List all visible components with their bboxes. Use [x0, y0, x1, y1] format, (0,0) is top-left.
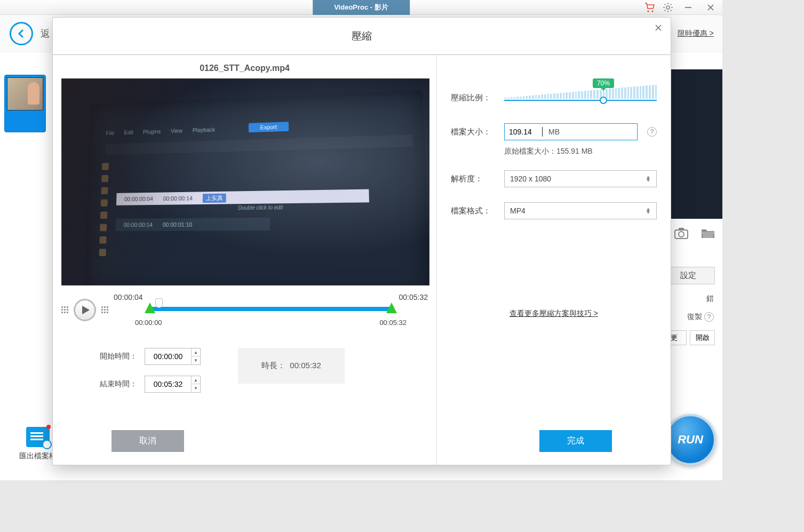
svg-point-1 [651, 10, 653, 12]
run-button[interactable]: RUN [665, 414, 716, 465]
help-icon[interactable]: ? [647, 127, 657, 137]
back-button[interactable] [10, 22, 33, 45]
size-label: 檔案大小： [451, 127, 495, 137]
video-preview: FileEditPluginsViewPlayback Export 00:00… [61, 78, 429, 285]
end-time-label: 結束時間： [100, 379, 137, 389]
cancel-button[interactable]: 取消 [112, 430, 184, 452]
svg-point-2 [666, 6, 670, 9]
format-label: 檔案格式： [451, 206, 495, 216]
timeline-end-bottom: 00:05:32 [379, 319, 407, 327]
ratio-badge: 70% [593, 78, 614, 88]
spin-up-icon[interactable]: ▲ [192, 376, 200, 384]
done-button[interactable]: 完成 [539, 430, 612, 452]
timeline-end-top: 00:05:32 [399, 293, 428, 301]
modal-left-panel: 0126_STT_Acopy.mp4 FileEditPluginsViewPl… [53, 55, 437, 465]
thumbnail-item[interactable] [4, 75, 46, 132]
end-time-input[interactable]: ▲▼ [145, 376, 201, 393]
modal-header: 壓縮 [53, 18, 671, 55]
compress-modal: 壓縮 0126_STT_Acopy.mp4 FileEditPluginsVie… [52, 17, 671, 465]
gear-icon[interactable] [663, 2, 673, 13]
format-select[interactable]: MP4 ▲▼ [504, 202, 657, 219]
svg-point-0 [647, 10, 649, 12]
titlebar: VideoProc - 影片 [0, 0, 722, 15]
resolution-select[interactable]: 1920 x 1080 ▲▼ [504, 170, 657, 187]
grip-right-icon[interactable] [101, 306, 108, 313]
spin-up-icon[interactable]: ▲ [192, 348, 200, 356]
folder-icon[interactable] [701, 227, 715, 239]
timeline-bar[interactable] [114, 303, 428, 316]
duration-box: 時長： 00:05:32 [238, 348, 345, 384]
back-label: 返 [41, 27, 50, 40]
side-mini-b[interactable]: 開啟 [690, 330, 715, 345]
resolution-value: 1920 x 1080 [510, 174, 551, 183]
close-window-button[interactable] [703, 0, 718, 15]
chevron-updown-icon: ▲▼ [646, 176, 651, 182]
more-tips-link[interactable]: 查看更多壓縮方案與技巧 > [451, 309, 657, 319]
timeline-start-bottom: 00:00:00 [135, 319, 162, 327]
export-label: 匯出檔案格 [19, 451, 57, 461]
original-size-label: 原始檔案大小：155.91 MB [504, 147, 657, 156]
chevron-updown-icon: ▲▼ [646, 208, 651, 214]
spin-down-icon[interactable]: ▼ [192, 356, 200, 364]
spin-down-icon[interactable]: ▼ [192, 384, 200, 392]
thumbnail-strip [4, 75, 48, 136]
size-unit: MB [543, 128, 637, 136]
thumbnail-image [7, 77, 43, 110]
start-time-field[interactable] [145, 352, 191, 361]
timeline-playhead[interactable] [155, 298, 163, 308]
export-icon [26, 427, 50, 447]
format-value: MP4 [510, 207, 526, 215]
timeline-handle-start[interactable] [145, 303, 155, 313]
resolution-label: 解析度： [451, 174, 495, 184]
promo-link[interactable]: 限時優惠 > [678, 29, 714, 38]
slider-thumb[interactable] [600, 97, 607, 104]
help-icon[interactable]: ? [704, 312, 714, 322]
modal-footer: 取消 完成 [53, 430, 671, 452]
ratio-slider[interactable]: 70% [504, 87, 657, 108]
window-title: VideoProc - 影片 [313, 0, 410, 15]
duration-label: 時長： [261, 361, 285, 370]
side-preview [664, 69, 722, 219]
timeline-current: 00:00:04 [114, 293, 143, 301]
time-inputs: 開始時間： ▲▼ 結束時間： ▲▼ [61, 348, 428, 393]
modal-right-panel: 壓縮比例： 70% 檔案大小： MB ? [437, 55, 671, 465]
modal-close-button[interactable] [651, 21, 665, 35]
play-button[interactable] [74, 299, 96, 321]
timeline: 00:00:04 00:05:32 00:00:00 00:05:32 [61, 293, 428, 327]
grip-left-icon[interactable] [61, 306, 68, 313]
titlebar-controls [644, 0, 722, 15]
svg-point-7 [679, 232, 684, 237]
side-toolbar [674, 227, 715, 239]
filename-label: 0126_STT_Acopy.mp4 [61, 63, 428, 73]
timeline-handle-end[interactable] [386, 303, 397, 313]
duration-value: 00:05:32 [290, 361, 321, 370]
main-window: VideoProc - 影片 返 限時優惠 > [0, 0, 722, 480]
size-input[interactable]: MB [504, 123, 638, 140]
ratio-label: 壓縮比例： [451, 93, 495, 103]
minimize-button[interactable] [681, 0, 696, 15]
modal-title: 壓縮 [352, 29, 372, 43]
export-block[interactable]: 匯出檔案格 [19, 427, 57, 461]
svg-rect-8 [679, 228, 684, 231]
camera-icon[interactable] [674, 227, 688, 239]
cart-icon[interactable] [644, 2, 655, 13]
size-field[interactable] [505, 128, 542, 136]
start-time-input[interactable]: ▲▼ [145, 348, 201, 365]
end-time-field[interactable] [145, 380, 191, 388]
start-time-label: 開始時間： [100, 352, 137, 361]
